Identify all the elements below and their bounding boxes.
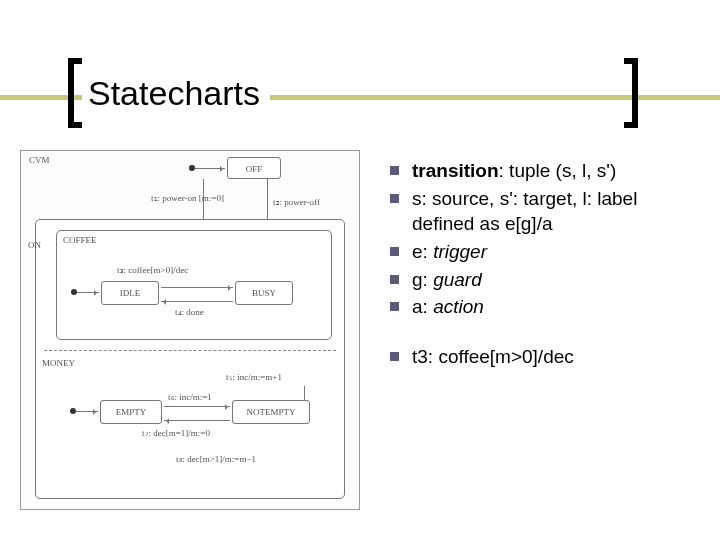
state-on: ON COFFEE t₃: coffee[m>0]/dec IDLE t₄: d… (35, 219, 345, 499)
label-cvm: CVM (29, 155, 50, 165)
bracket-left-icon (68, 58, 82, 128)
state-busy: BUSY (235, 281, 293, 305)
bullet-guard-it: guard (433, 269, 482, 290)
arrow-empty-notempty (164, 406, 230, 407)
orthogonal-separator (44, 350, 336, 351)
arrow-notempty-empty (164, 420, 230, 421)
content-row: CVM OFF t₁: power-on [m:=0] t₂: power-of… (20, 150, 700, 530)
label-t6: t₆: inc/m:=1 (168, 392, 212, 402)
bullet-trigger-pre: e: (412, 241, 433, 262)
label-t2: t₂: power-off (273, 197, 320, 207)
bullet-guard: g: guard (390, 267, 700, 293)
bullet-example-t3: t3: coffee[m>0]/dec (390, 344, 700, 370)
bullet-transition-rest: : tuple (s, l, s') (499, 160, 617, 181)
label-t4: t₄: done (175, 307, 204, 317)
label-t1: t₁: power-on [m:=0] (151, 193, 224, 203)
bullet-action: a: action (390, 294, 700, 320)
bullet-action-it: action (433, 296, 484, 317)
bullet-list: transition: tuple (s, l, s') s: source, … (360, 150, 700, 530)
arrow-t5-loop1 (304, 386, 305, 400)
page-title: Statecharts (82, 74, 270, 113)
label-t7: t₇: dec[m=1]/m:=0 (142, 428, 210, 438)
arrow-init-idle (77, 292, 99, 293)
label-t8: t₈: dec[m>1]/m:=m−1 (176, 454, 256, 464)
arrow-busy-idle (161, 301, 233, 302)
label-t3: t₃: coffee[m>0]/dec (117, 265, 237, 275)
bullet-transition-bold: transition (412, 160, 499, 181)
label-coffee: COFFEE (63, 235, 97, 245)
bullet-action-pre: a: (412, 296, 433, 317)
arrow-init-empty (76, 411, 98, 412)
bullet-gap (390, 322, 700, 344)
bullet-source-target: s: source, s': target, l: label defined … (390, 186, 700, 237)
bracket-right-icon (624, 58, 638, 128)
region-money: t₅: inc/m:=m+1 EMPTY t₆: inc/m:=1 t₇: de… (56, 372, 332, 488)
state-coffee: COFFEE t₃: coffee[m>0]/dec IDLE t₄: done… (56, 230, 332, 340)
arrow-init-off (195, 168, 225, 169)
bullet-trigger: e: trigger (390, 239, 700, 265)
arrow-idle-busy (161, 287, 233, 288)
label-t5: t₅: inc/m:=m+1 (226, 372, 282, 382)
title-block: Statecharts (68, 58, 270, 128)
bullet-guard-pre: g: (412, 269, 433, 290)
state-notempty: NOTEMPTY (232, 400, 310, 424)
label-money: MONEY (42, 358, 75, 368)
state-empty: EMPTY (100, 400, 162, 424)
bullet-transition: transition: tuple (s, l, s') (390, 158, 700, 184)
state-off: OFF (227, 157, 281, 179)
arrow-on-off (267, 179, 268, 219)
bullet-trigger-it: trigger (433, 241, 487, 262)
state-idle: IDLE (101, 281, 159, 305)
statechart-diagram: CVM OFF t₁: power-on [m:=0] t₂: power-of… (20, 150, 360, 510)
label-on: ON (28, 240, 41, 250)
